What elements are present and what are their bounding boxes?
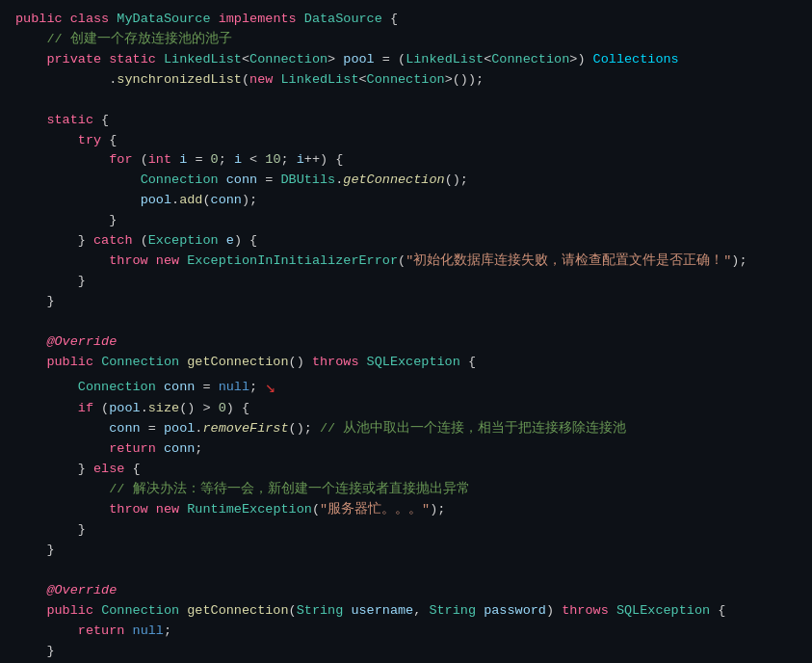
- code-line-29: @Override: [15, 581, 797, 601]
- code-line-1: public class MyDataSource implements Dat…: [15, 10, 797, 30]
- code-line-16: [15, 312, 797, 332]
- code-line-14: }: [15, 272, 797, 292]
- code-line-2: // 创建一个存放连接池的池子: [15, 30, 797, 50]
- code-editor: public class MyDataSource implements Dat…: [0, 0, 812, 663]
- code-line-9: Connection conn = DBUtils.getConnection(…: [15, 171, 797, 191]
- code-line-31: return null;: [15, 622, 797, 642]
- code-line-24: // 解决办法：等待一会，新创建一个连接或者直接抛出异常: [15, 480, 797, 500]
- code-line-19: Connection conn = null; ↘: [15, 373, 797, 400]
- code-line-20: if (pool.size() > 0) {: [15, 399, 797, 419]
- code-line-7: try {: [15, 131, 797, 151]
- code-line-25: throw new RuntimeException("服务器忙。。。");: [15, 500, 797, 520]
- code-line-6: static {: [15, 111, 797, 131]
- code-line-23: } else {: [15, 460, 797, 480]
- code-line-28: [15, 561, 797, 581]
- code-line-4: .synchronizedList(new LinkedList<Connect…: [15, 70, 797, 91]
- code-line-30: public Connection getConnection(String u…: [15, 601, 797, 622]
- code-line-27: }: [15, 541, 797, 561]
- code-line-17: @Override: [15, 332, 797, 353]
- code-line-8: for (int i = 0; i < 10; i++) {: [15, 150, 797, 171]
- code-line-13: throw new ExceptionInInitializerError("初…: [15, 252, 797, 272]
- code-line-26: }: [15, 520, 797, 541]
- code-line-22: return conn;: [15, 439, 797, 460]
- code-line-32: }: [15, 642, 797, 662]
- code-line-10: pool.add(conn);: [15, 191, 797, 211]
- code-line-18: public Connection getConnection() throws…: [15, 353, 797, 373]
- code-line-12: } catch (Exception e) {: [15, 231, 797, 252]
- code-line-3: private static LinkedList<Connection> po…: [15, 50, 797, 70]
- code-line-5: [15, 91, 797, 111]
- code-line-15: }: [15, 292, 797, 312]
- code-line-11: }: [15, 211, 797, 231]
- code-line-21: conn = pool.removeFirst(); // 从池中取出一个连接，…: [15, 419, 797, 439]
